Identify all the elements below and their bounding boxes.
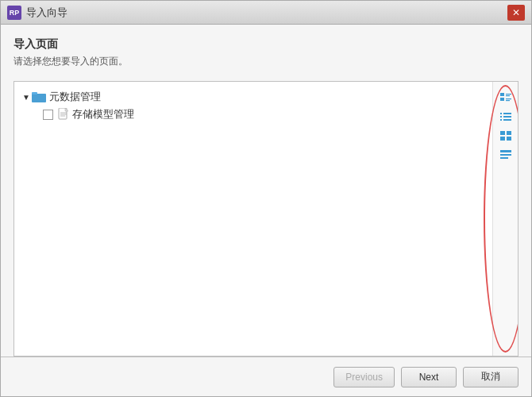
page-description: 请选择您想要导入的页面。: [13, 55, 519, 68]
tree-child-label: 存储模型管理: [72, 107, 134, 121]
list-icon: [499, 110, 512, 123]
titlebar: RP 导入向导 ✕: [1, 1, 531, 25]
svg-rect-22: [507, 137, 511, 141]
previous-button[interactable]: Previous: [333, 367, 395, 387]
tree-root-label: 元数据管理: [49, 90, 101, 104]
svg-rect-13: [500, 113, 502, 114]
right-toolbar: [492, 82, 518, 356]
content-area: 导入页面 请选择您想要导入的页面。 ▼ 元数据管理: [1, 25, 531, 357]
tree-child-checkbox[interactable]: [43, 110, 53, 120]
svg-rect-18: [503, 119, 511, 121]
main-panel: ▼ 元数据管理: [13, 81, 519, 357]
file-icon: [58, 108, 69, 121]
svg-rect-7: [500, 93, 504, 96]
next-button[interactable]: Next: [401, 367, 457, 387]
svg-rect-14: [503, 113, 511, 114]
svg-rect-15: [500, 116, 502, 118]
svg-rect-25: [500, 157, 508, 159]
view-detail-button[interactable]: [497, 90, 515, 106]
svg-rect-23: [500, 150, 511, 152]
svg-rect-16: [503, 116, 511, 118]
svg-rect-12: [506, 100, 510, 101]
svg-rect-19: [500, 131, 505, 135]
svg-rect-11: [506, 98, 511, 99]
tree-toggle[interactable]: ▼: [21, 91, 32, 102]
detail-list-icon: [499, 91, 512, 104]
svg-rect-24: [500, 154, 511, 156]
svg-rect-9: [506, 95, 510, 96]
folder-icon: [32, 91, 46, 102]
svg-rect-10: [500, 98, 504, 101]
close-button[interactable]: ✕: [507, 5, 525, 21]
tree-area: ▼ 元数据管理: [14, 82, 492, 356]
content-icon: [499, 148, 512, 161]
cancel-button[interactable]: 取消: [463, 367, 519, 387]
svg-rect-2: [32, 92, 37, 94]
footer: Previous Next 取消: [1, 357, 531, 396]
svg-rect-17: [500, 119, 502, 121]
window-title: 导入向导: [26, 6, 507, 20]
view-content-button[interactable]: [497, 147, 515, 163]
tree-child-node: 存储模型管理: [43, 106, 486, 123]
svg-rect-20: [507, 131, 511, 135]
svg-rect-21: [500, 137, 505, 141]
tree-root-node: ▼ 元数据管理: [21, 88, 486, 106]
view-tile-button[interactable]: [497, 128, 515, 144]
app-icon: RP: [7, 6, 21, 20]
view-list-button[interactable]: [497, 109, 515, 125]
tile-icon: [499, 129, 512, 142]
page-title: 导入页面: [13, 37, 519, 52]
svg-rect-8: [506, 94, 511, 94]
main-window: RP 导入向导 ✕ 导入页面 请选择您想要导入的页面。 ▼ 元数据管理: [0, 0, 532, 397]
